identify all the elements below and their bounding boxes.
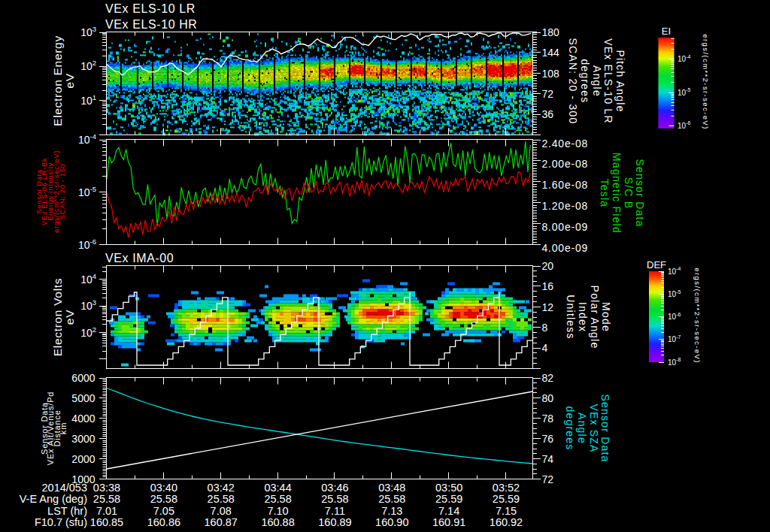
svg-text:VEx ELS-10 HR: VEx ELS-10 HR (105, 18, 198, 31)
svg-text:03:40: 03:40 (150, 482, 177, 494)
svg-text:160.92: 160.92 (490, 516, 523, 528)
svg-text:8: 8 (542, 322, 548, 334)
svg-text:03:50: 03:50 (435, 482, 462, 494)
svg-text:160.86: 160.86 (147, 516, 180, 528)
svg-text:160.89: 160.89 (318, 516, 351, 528)
svg-text:VEx ELS-10 LR: VEx ELS-10 LR (105, 2, 196, 15)
svg-text:36: 36 (542, 108, 554, 120)
svg-text:F10.7 (sfu): F10.7 (sfu) (35, 516, 87, 528)
svg-text:1.60e-08: 1.60e-08 (542, 179, 589, 191)
svg-text:25.59: 25.59 (435, 493, 462, 505)
svg-text:74: 74 (542, 453, 554, 465)
svg-text:6000: 6000 (71, 372, 95, 384)
svg-text:03:38: 03:38 (93, 482, 120, 494)
svg-text:V-E Ang (deg): V-E Ang (deg) (20, 493, 87, 505)
svg-text:03:42: 03:42 (208, 482, 235, 494)
svg-text:25.58: 25.58 (93, 493, 120, 505)
svg-text:76: 76 (542, 433, 554, 445)
svg-text:25.58: 25.58 (264, 493, 291, 505)
svg-text:VEx IMA-00: VEx IMA-00 (105, 252, 174, 264)
svg-text:1.20e-08: 1.20e-08 (542, 200, 589, 212)
svg-text:2.40e-08: 2.40e-08 (542, 138, 589, 150)
svg-text:2014/053: 2014/053 (42, 482, 87, 494)
svg-text:3000: 3000 (71, 433, 95, 445)
svg-text:5000: 5000 (71, 392, 95, 404)
svg-text:20: 20 (542, 260, 554, 272)
svg-text:160.90: 160.90 (375, 516, 408, 528)
svg-text:16: 16 (542, 280, 554, 292)
svg-text:160.91: 160.91 (432, 516, 465, 528)
svg-text:72: 72 (542, 88, 554, 100)
svg-text:25.58: 25.58 (378, 493, 405, 505)
svg-text:DEF: DEF (647, 259, 666, 271)
svg-text:180: 180 (542, 26, 560, 38)
svg-text:80: 80 (542, 392, 554, 404)
svg-text:25.58: 25.58 (321, 493, 348, 505)
svg-text:160.85: 160.85 (90, 516, 123, 528)
svg-text:82: 82 (542, 372, 554, 384)
svg-text:ergs/(cm**2-sr-sec-eV): ergs/(cm**2-sr-sec-eV) (693, 268, 702, 363)
svg-text:72: 72 (542, 473, 554, 485)
svg-text:2000: 2000 (71, 453, 95, 465)
svg-text:4000: 4000 (71, 413, 95, 425)
svg-text:160.87: 160.87 (205, 516, 238, 528)
svg-text:144: 144 (542, 47, 560, 59)
svg-text:03:44: 03:44 (264, 482, 291, 494)
svg-text:03:48: 03:48 (378, 482, 405, 494)
svg-text:160.88: 160.88 (261, 516, 294, 528)
svg-text:4.00e-09: 4.00e-09 (542, 242, 589, 254)
svg-text:25.59: 25.59 (493, 493, 520, 505)
svg-text:108: 108 (542, 68, 560, 80)
svg-text:25.58: 25.58 (208, 493, 235, 505)
svg-text:4: 4 (542, 342, 548, 354)
svg-text:03:46: 03:46 (321, 482, 348, 494)
svg-text:12: 12 (542, 301, 554, 313)
svg-text:03:52: 03:52 (493, 482, 520, 494)
svg-text:2.00e-08: 2.00e-08 (542, 158, 589, 170)
svg-text:25.58: 25.58 (150, 493, 177, 505)
svg-text:EI: EI (662, 26, 671, 37)
svg-text:8.00e-09: 8.00e-09 (542, 221, 589, 233)
svg-text:78: 78 (542, 413, 554, 425)
svg-text:ergs/(cm**2-sr-sec-eV): ergs/(cm**2-sr-sec-eV) (702, 34, 710, 129)
